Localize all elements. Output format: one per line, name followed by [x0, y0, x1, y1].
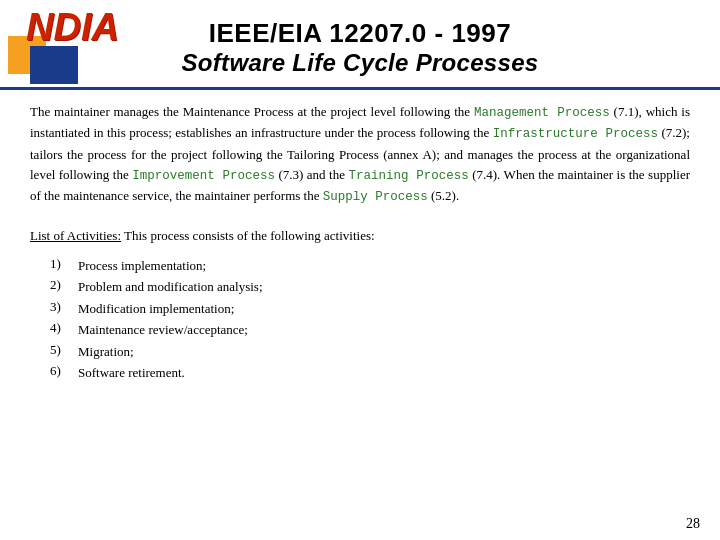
list-text: Software retirement. [78, 363, 185, 383]
list-num: 2) [50, 277, 78, 293]
list-item: 6)Software retirement. [50, 363, 690, 383]
infrastructure-process-link: Infrastructure Process [493, 127, 658, 141]
activities-header-underline: List of Activities: [30, 228, 121, 243]
list-num: 6) [50, 363, 78, 379]
list-text: Migration; [78, 342, 134, 362]
activities-header-rest: This process consists of the following a… [121, 228, 375, 243]
list-text: Maintenance review/acceptance; [78, 320, 248, 340]
activities-list: 1)Process implementation;2)Problem and m… [50, 256, 690, 383]
logo-area: NDIA [8, 8, 128, 83]
training-process-link: Training Process [348, 169, 468, 183]
list-item: 5)Migration; [50, 342, 690, 362]
list-text: Problem and modification analysis; [78, 277, 263, 297]
ndia-logo-text: NDIA [26, 8, 119, 46]
logo-square-blue [30, 46, 78, 84]
divider-line [0, 87, 720, 90]
list-text: Modification implementation; [78, 299, 234, 319]
list-text: Process implementation; [78, 256, 206, 276]
list-item: 1)Process implementation; [50, 256, 690, 276]
main-paragraph: The maintainer manages the Maintenance P… [30, 102, 690, 208]
list-item: 2)Problem and modification analysis; [50, 277, 690, 297]
text-end: (5.2). [428, 188, 459, 203]
improvement-process-link: Improvement Process [132, 169, 275, 183]
list-num: 3) [50, 299, 78, 315]
list-num: 4) [50, 320, 78, 336]
page-number: 28 [686, 516, 700, 532]
activities-section: List of Activities: This process consist… [30, 226, 690, 383]
activities-header: List of Activities: This process consist… [30, 226, 690, 246]
list-num: 1) [50, 256, 78, 272]
text-intro: The maintainer manages the Maintenance P… [30, 104, 474, 119]
supply-process-link: Supply Process [323, 190, 428, 204]
list-item: 4)Maintenance review/acceptance; [50, 320, 690, 340]
management-process-link: Management Process [474, 106, 610, 120]
main-content: The maintainer manages the Maintenance P… [0, 102, 720, 383]
text-improv-after: (7.3) and the [275, 167, 349, 182]
list-item: 3)Modification implementation; [50, 299, 690, 319]
list-num: 5) [50, 342, 78, 358]
